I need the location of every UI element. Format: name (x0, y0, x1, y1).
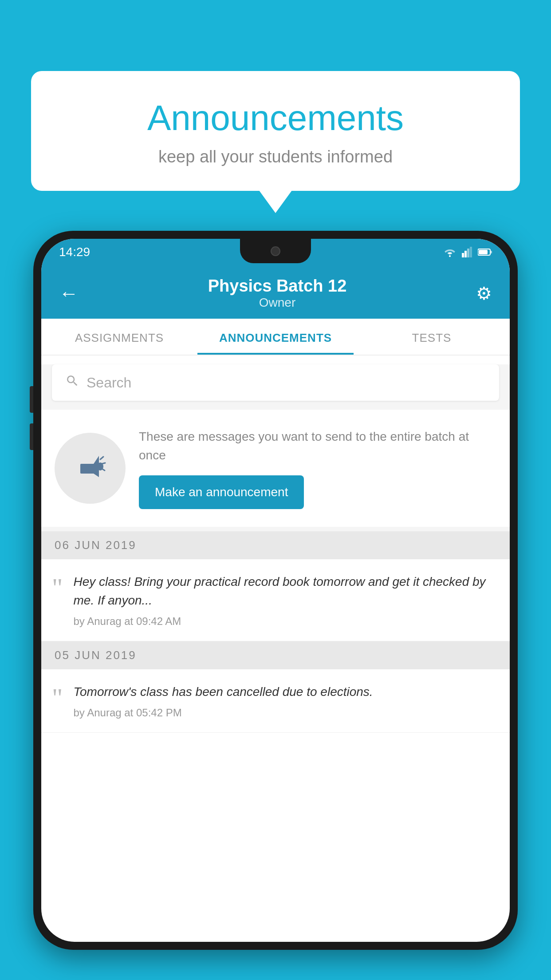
camera-icon (271, 246, 280, 256)
announcement-text-1: Hey class! Bring your practical record b… (74, 573, 497, 610)
svg-rect-4 (470, 247, 472, 257)
status-time: 14:29 (59, 245, 90, 259)
phone-wrapper: 14:29 (33, 231, 518, 980)
phone-screen: 14:29 (41, 239, 510, 942)
svg-point-0 (449, 255, 451, 257)
announcement-item-1[interactable]: " Hey class! Bring your practical record… (41, 559, 510, 641)
side-buttons (30, 386, 33, 450)
signal-icon (462, 247, 472, 257)
announcement-meta-2: by Anurag at 05:42 PM (74, 707, 497, 719)
settings-icon[interactable]: ⚙ (476, 283, 492, 304)
tab-announcements[interactable]: ANNOUNCEMENTS (197, 319, 354, 355)
announcement-content-1: Hey class! Bring your practical record b… (74, 573, 497, 628)
phone-outer: 14:29 (33, 231, 518, 950)
search-bar[interactable]: Search (52, 364, 499, 401)
quote-icon-1: " (52, 574, 63, 601)
promo-icon-circle (55, 433, 126, 504)
svg-rect-1 (462, 253, 464, 257)
status-icons (443, 247, 492, 257)
header-subtitle: Owner (208, 296, 347, 310)
svg-rect-7 (479, 250, 488, 254)
volume-up-button[interactable] (30, 386, 33, 413)
announcement-item-2[interactable]: " Tomorrow's class has been cancelled du… (41, 669, 510, 733)
make-announcement-button[interactable]: Make an announcement (139, 475, 304, 509)
tabs-bar: ASSIGNMENTS ANNOUNCEMENTS TESTS (41, 319, 510, 356)
promo-card: These are messages you want to send to t… (41, 410, 510, 527)
wifi-icon (443, 247, 457, 257)
svg-line-11 (101, 468, 105, 470)
back-button[interactable]: ← (59, 282, 79, 304)
tab-assignments[interactable]: ASSIGNMENTS (41, 319, 197, 355)
svg-rect-8 (80, 464, 86, 474)
header-title: Physics Batch 12 (208, 277, 347, 296)
battery-icon (478, 248, 492, 256)
date-divider-2: 05 JUN 2019 (41, 641, 510, 669)
svg-rect-6 (490, 251, 492, 253)
notch (240, 239, 311, 263)
quote-icon-2: " (52, 684, 63, 711)
content-area: Search (41, 364, 510, 733)
svg-rect-3 (467, 249, 469, 257)
promo-text-area: These are messages you want to send to t… (139, 427, 496, 509)
announcement-meta-1: by Anurag at 09:42 AM (74, 615, 497, 628)
svg-line-9 (100, 457, 103, 459)
announcement-content-2: Tomorrow's class has been cancelled due … (74, 683, 497, 719)
promo-description: These are messages you want to send to t… (139, 427, 496, 465)
search-icon (65, 373, 79, 392)
speech-bubble-wrapper: Announcements keep all your students inf… (31, 71, 520, 191)
app-header: ← Physics Batch 12 Owner ⚙ (41, 265, 510, 319)
bubble-title: Announcements (58, 98, 493, 138)
announcement-text-2: Tomorrow's class has been cancelled due … (74, 683, 497, 701)
status-bar: 14:29 (41, 239, 510, 265)
date-divider-1: 06 JUN 2019 (41, 531, 510, 559)
bubble-subtitle: keep all your students informed (58, 147, 493, 166)
svg-line-10 (102, 463, 105, 464)
search-placeholder: Search (87, 375, 131, 391)
megaphone-icon (72, 450, 108, 486)
tab-tests[interactable]: TESTS (354, 319, 510, 355)
tab-active-indicator (197, 353, 354, 355)
svg-rect-2 (464, 251, 467, 257)
volume-down-button[interactable] (30, 423, 33, 450)
speech-bubble: Announcements keep all your students inf… (31, 71, 520, 191)
header-center: Physics Batch 12 Owner (208, 277, 347, 310)
